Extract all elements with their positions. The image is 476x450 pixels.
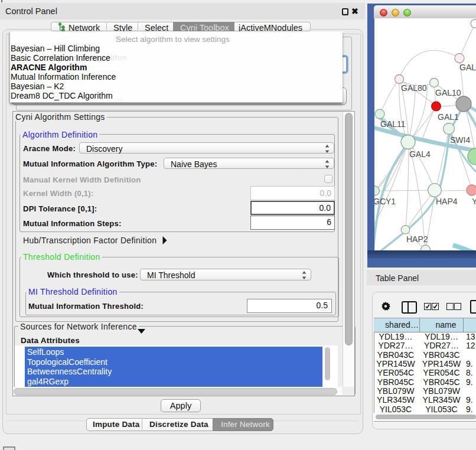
svg-text:GAL10: GAL10 [435,88,461,97]
svg-text:GAL11: GAL11 [380,119,406,129]
svg-text:GAL1: GAL1 [438,112,459,122]
svg-text:GAL4: GAL4 [409,149,431,159]
svg-text:SWI4: SWI4 [450,135,470,145]
svg-text:GAL7: GAL7 [459,63,476,72]
svg-text:HAP4: HAP4 [436,197,458,206]
svg-text:GAL80: GAL80 [401,83,427,93]
svg-text:Y: Y [472,197,476,206]
svg-text:GCY1: GCY1 [374,197,396,206]
svg-text:HAP2: HAP2 [406,234,428,244]
